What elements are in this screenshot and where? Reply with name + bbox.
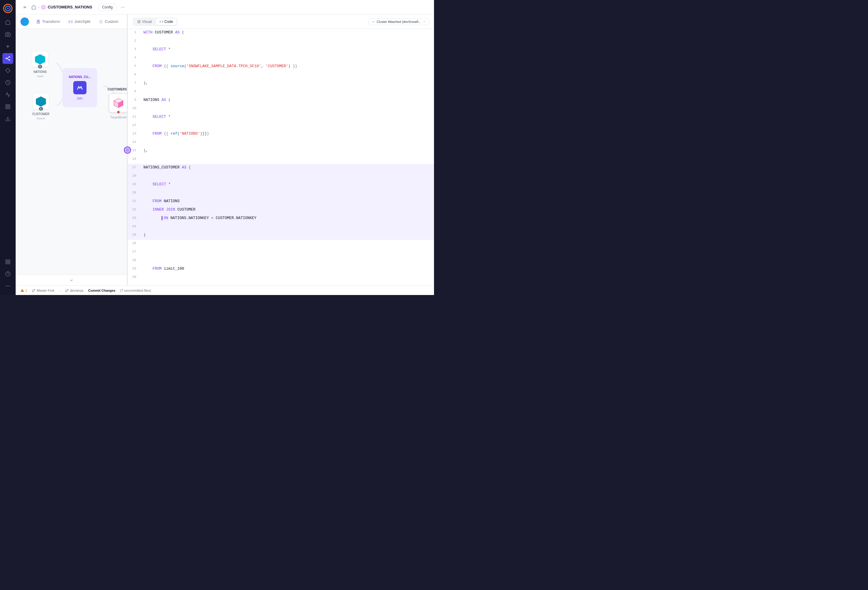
more-button[interactable]: ··· — [119, 3, 127, 11]
customer-hex — [36, 96, 46, 107]
code-line-27: 27 — [128, 248, 434, 257]
sidebar-item-add[interactable] — [2, 41, 13, 52]
nations-type: Seed — [37, 75, 43, 78]
customer-box[interactable]: 0 — [33, 94, 49, 109]
target-node[interactable]: CUSTOMERS... TargetModel — [108, 88, 127, 119]
tab-custom[interactable]: Custom — [95, 18, 122, 26]
svg-point-24 — [7, 286, 8, 286]
commit-link[interactable]: Commit Changes — [88, 289, 115, 292]
nations-box[interactable]: 0 — [32, 52, 48, 67]
right-panel: Visual Code Cluster Attached (devSnowfl.… — [128, 15, 434, 285]
code-line-13: 13 FROM {{ ref('NATIONS')}}} — [128, 130, 434, 139]
drag-arrows: ⟨⟩ — [126, 148, 129, 152]
svg-point-27 — [43, 6, 44, 8]
code-line-17: 17 NATIONS_CUSTOMER AS ( — [128, 164, 434, 173]
sidebar-item-transform[interactable] — [2, 101, 13, 112]
topbar-actions: Config ··· — [98, 3, 127, 11]
branch-sep: : — [59, 289, 60, 292]
config-button[interactable]: Config — [98, 4, 117, 11]
branch-icon-2 — [65, 289, 69, 292]
cluster-badge[interactable]: Cluster Attached (devSnowfl... — [369, 18, 429, 25]
svg-rect-15 — [6, 107, 7, 109]
code-line-5: 5 FROM {{ source('SNOWFLAKE_SAMPLE_DATA.… — [128, 63, 434, 71]
tab-join-split[interactable]: Join/Split — [65, 18, 94, 26]
svg-rect-20 — [6, 263, 7, 264]
svg-point-23 — [6, 286, 7, 286]
code-line-22: 22 INNER JOIN CUSTOMER — [128, 206, 434, 215]
code-line-19: 19 SELECT * — [128, 181, 434, 189]
editor-tabs: Transform Join/Split Custom — [16, 15, 127, 29]
status-branch-master: Master Fork — [32, 289, 55, 292]
sidebar — [0, 0, 16, 295]
sidebar-item-clock[interactable] — [2, 77, 13, 88]
nations-badge: 0 — [38, 65, 42, 68]
visual-view-btn[interactable]: Visual — [133, 18, 155, 25]
panel-divider[interactable]: ⟨⟩ — [127, 15, 128, 285]
view-toggle: Visual Code — [133, 18, 177, 26]
sidebar-item-home[interactable] — [2, 17, 13, 28]
code-line-28: 28 — [128, 257, 434, 265]
transform-icon — [36, 19, 40, 24]
warning-icon — [21, 289, 24, 292]
node-customer[interactable]: 0 CUSTOMER Source — [32, 94, 49, 120]
sidebar-item-camera[interactable] — [2, 29, 13, 40]
uncommitted-label: (7 uncommitted files) — [120, 289, 151, 292]
collapse-button[interactable] — [21, 3, 29, 12]
sidebar-item-activity[interactable] — [2, 89, 13, 100]
sidebar-item-download[interactable] — [2, 113, 13, 124]
svg-point-29 — [100, 21, 102, 22]
code-line-11: 11 SELECT * — [128, 113, 434, 122]
code-line-4: 4 — [128, 54, 434, 63]
join-icon — [68, 19, 72, 24]
breadcrumb-sep: › — [38, 5, 39, 9]
code-line-16: 16 — [128, 155, 434, 164]
svg-point-38 — [32, 291, 34, 292]
code-line-30: 30 — [128, 274, 434, 282]
join-node[interactable]: NATIONS_CU... Join — [62, 68, 97, 107]
branch2-label: dev/anya — [70, 289, 84, 292]
target-box[interactable] — [109, 93, 127, 113]
code-line-9: 9 NATIONS AS ( — [128, 96, 434, 105]
content-area: Transform Join/Split Custom — [16, 15, 434, 285]
join-node-type: Join — [77, 97, 82, 100]
sidebar-item-help[interactable] — [2, 268, 13, 279]
code-line-26: 26 — [128, 240, 434, 248]
status-warning: 1 — [21, 289, 27, 292]
breadcrumb: › CUSTOMERS_NATIONS — [31, 5, 92, 10]
svg-point-2 — [7, 7, 9, 9]
svg-point-7 — [9, 56, 10, 57]
target-cube-icon — [113, 97, 124, 109]
code-line-23: 23 ON NATIONS.NATIONKEY = CUSTOMER.NATIO… — [128, 215, 434, 223]
left-panel: Transform Join/Split Custom — [16, 15, 127, 285]
canvas[interactable]: 0 NATIONS Seed 0 CUSTOMER Source NAT — [16, 29, 127, 274]
tab-transform[interactable]: Transform — [32, 18, 63, 26]
sidebar-item-graph[interactable] — [2, 53, 13, 64]
canvas-bottom[interactable] — [16, 274, 127, 285]
customer-label: CUSTOMER — [32, 112, 49, 116]
code-view-btn[interactable]: Code — [156, 18, 177, 25]
branch-icon — [32, 289, 35, 292]
breadcrumb-home-icon[interactable] — [31, 5, 36, 10]
code-line-7: 7 ), — [128, 80, 434, 88]
target-label: CUSTOMERS... — [108, 88, 127, 91]
svg-point-41 — [65, 291, 66, 292]
app-logo[interactable] — [3, 4, 13, 13]
code-editor[interactable]: 1 WITH CUSTOMER AS ( 2 3 SELECT * 4 5 — [128, 29, 434, 285]
status-branch-dev: dev/anya — [65, 289, 84, 292]
sidebar-item-diamond[interactable] — [2, 65, 13, 76]
cluster-label: Cluster Attached (devSnowfl... — [377, 20, 421, 24]
svg-rect-28 — [37, 22, 40, 23]
sidebar-item-grid[interactable] — [2, 257, 13, 267]
join-node-title: NATIONS_CU... — [69, 75, 91, 79]
drag-handle[interactable]: ⟨⟩ — [124, 146, 131, 154]
svg-rect-12 — [6, 105, 7, 106]
target-status-dot — [117, 111, 120, 113]
cluster-check-icon — [372, 20, 375, 23]
code-icon — [159, 20, 163, 24]
code-line-14: 14 — [128, 139, 434, 147]
sidebar-item-more[interactable] — [2, 280, 13, 291]
node-nations[interactable]: 0 NATIONS Seed — [32, 52, 48, 78]
customer-type: Source — [37, 117, 45, 120]
code-topbar: Visual Code Cluster Attached (devSnowfl.… — [128, 15, 434, 29]
code-line-10: 10 — [128, 105, 434, 113]
